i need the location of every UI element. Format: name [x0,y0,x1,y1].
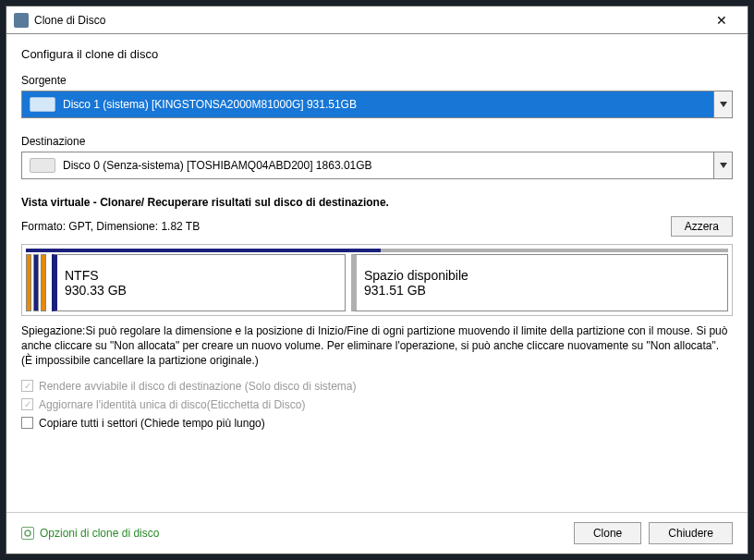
content-area: Configura il clone di disco Sorgente Dis… [6,34,748,512]
partition-free-label: Spazio disponibile [364,268,720,283]
gear-icon [21,527,34,540]
footer: Opzioni di clone di disco Clone Chiudere [6,512,748,554]
header-seg-allocated [26,249,377,252]
small-partitions [26,254,46,311]
checkbox-update-id: ✓ Aggiornare l'identità unica di disco(E… [21,398,733,411]
partition-ntfs[interactable]: NTFS 930.33 GB [52,254,346,311]
chevron-down-icon [720,102,727,107]
dest-label: Destinazione [21,135,733,148]
partition-header-bar [26,249,728,252]
footer-buttons: Clone Chiudere [574,522,733,544]
partition-free-size: 931.51 GB [364,283,720,298]
partition-free[interactable]: Spazio disponibile 931.51 GB [351,254,728,311]
dest-combo[interactable]: Disco 0 (Senza-sistema) [TOSHIBAMQ04ABD2… [21,152,733,179]
clone-button[interactable]: Clone [574,522,641,544]
reset-button[interactable]: Azzera [671,216,733,237]
format-text: Formato: GPT, Dimensione: 1.82 TB [21,220,671,233]
svg-point-0 [25,530,30,536]
window-title: Clone di Disco [34,14,703,27]
partition-fs-label: NTFS [65,268,337,283]
disk-icon [30,97,55,112]
small-partition[interactable] [41,254,46,311]
close-button[interactable]: Chiudere [649,522,733,544]
virtual-view-title: Vista virtuale - Clonare/ Recuperare ris… [21,196,733,209]
dest-combo-main[interactable]: Disco 0 (Senza-sistema) [TOSHIBAMQ04ABD2… [22,152,713,178]
header-seg-free [381,249,728,252]
clone-disk-window: Clone di Disco ✕ Configura il clone di d… [6,6,748,554]
explanation-text: Spiegazione:Si può regolare la dimension… [21,323,733,369]
app-icon [14,13,29,28]
checkbox-label: Aggiornare l'identità unica di disco(Eti… [39,398,305,411]
partition-row: NTFS 930.33 GB Spazio disponibile 931.51… [26,254,728,311]
close-button[interactable]: ✕ [703,7,740,33]
source-label: Sorgente [21,74,733,87]
page-subtitle: Configura il clone di disco [21,47,733,61]
disk-icon [30,158,55,173]
checkbox-copy-all[interactable]: Copiare tutti i settori (Chiede tempo pi… [21,417,733,430]
checkbox-label: Rendere avviabile il disco di destinazio… [39,380,357,393]
dest-text: Disco 0 (Senza-sistema) [TOSHIBAMQ04ABD2… [63,159,372,172]
titlebar[interactable]: Clone di Disco ✕ [6,6,748,34]
source-combo-main[interactable]: Disco 1 (sistema) [KINGSTONSA2000M81000G… [22,91,713,117]
format-row: Formato: GPT, Dimensione: 1.82 TB Azzera [21,216,733,237]
source-combo[interactable]: Disco 1 (sistema) [KINGSTONSA2000M81000G… [21,91,733,118]
checkbox-icon [21,417,33,429]
checkbox-label: Copiare tutti i settori (Chiede tempo pi… [39,417,265,430]
clone-options-link[interactable]: Opzioni di clone di disco [21,527,574,540]
checkbox-group: ✓ Rendere avviabile il disco di destinaz… [21,380,733,430]
dest-dropdown-button[interactable] [713,152,732,178]
checkbox-icon: ✓ [21,380,33,392]
checkbox-icon: ✓ [21,398,33,410]
source-dropdown-button[interactable] [713,91,732,117]
checkbox-bootable: ✓ Rendere avviabile il disco di destinaz… [21,380,733,393]
small-partition[interactable] [33,254,39,311]
partition-size: 930.33 GB [65,283,337,298]
small-partition[interactable] [26,254,31,311]
chevron-down-icon [720,163,727,168]
partition-view[interactable]: NTFS 930.33 GB Spazio disponibile 931.51… [21,244,733,316]
source-text: Disco 1 (sistema) [KINGSTONSA2000M81000G… [63,98,357,111]
clone-options-label: Opzioni di clone di disco [40,527,159,540]
